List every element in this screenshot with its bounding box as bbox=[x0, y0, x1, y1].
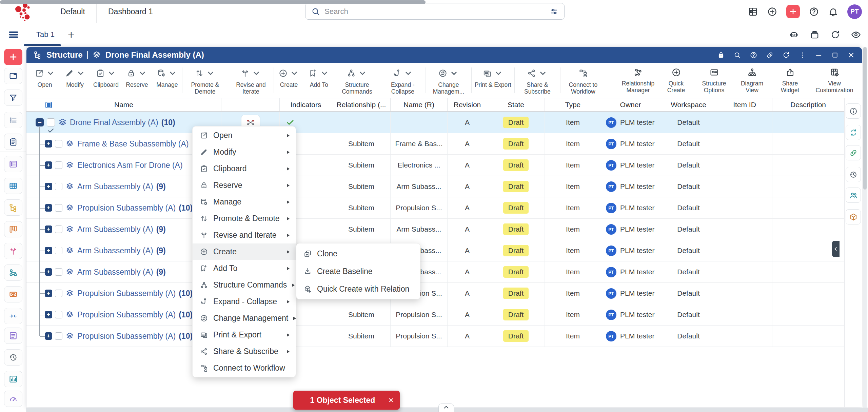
item-name[interactable]: Arm Subassembly (A)(9) bbox=[77, 182, 166, 191]
preview-icon[interactable] bbox=[851, 30, 861, 40]
excel-export-icon[interactable] bbox=[748, 6, 758, 17]
expand-toggle[interactable]: + bbox=[45, 183, 52, 190]
window-search-icon[interactable] bbox=[733, 51, 741, 59]
horizontal-scrollbar-thumb[interactable] bbox=[0, 0, 426, 4]
row-checkbox[interactable] bbox=[55, 332, 62, 340]
sidebar-kanban-button[interactable] bbox=[4, 221, 22, 237]
item-name[interactable]: Drone Final Assembly (A)(10) bbox=[70, 118, 175, 127]
sidebar-branching-button[interactable] bbox=[4, 243, 22, 259]
panel-packages-button[interactable] bbox=[846, 209, 861, 224]
toolbar-modify-button[interactable]: Modify bbox=[60, 63, 90, 98]
toolbar-open-button[interactable]: Open bbox=[30, 63, 60, 98]
expand-toggle[interactable]: + bbox=[45, 204, 52, 212]
menu-item-add-to[interactable]: Add To bbox=[193, 260, 296, 277]
expand-toggle[interactable]: + bbox=[45, 225, 52, 233]
item-name[interactable]: Propulsion Subassembly (A)(10) bbox=[77, 310, 193, 319]
menu-item-expand-collapse[interactable]: Expand - Collapse bbox=[193, 293, 296, 310]
table-row[interactable]: +Arm Subassembly (A)(9)SubitemArm Subass… bbox=[26, 219, 844, 240]
toolbar-share-subscribe-button[interactable]: Share & Subscribe bbox=[515, 63, 560, 98]
tab-1[interactable]: Tab 1 bbox=[30, 23, 61, 46]
panel-collapse-handle[interactable] bbox=[832, 241, 840, 257]
sidebar-filter-button[interactable] bbox=[4, 90, 22, 106]
quick-add-button[interactable] bbox=[786, 5, 800, 18]
sidebar-visual-review-button[interactable] bbox=[4, 286, 22, 302]
toolbar-view-customization-button[interactable]: View Customization bbox=[809, 63, 860, 98]
item-name[interactable]: Propulsion Subassembly (A)(10) bbox=[77, 332, 193, 341]
item-name[interactable]: Arm Subassembly (A)(9) bbox=[77, 225, 166, 234]
select-all-checkbox[interactable] bbox=[45, 102, 52, 108]
panel-item-history-button[interactable] bbox=[846, 167, 861, 182]
table-row[interactable]: +Propulsion Subassembly (A)(10)SubitemPr… bbox=[26, 197, 844, 219]
collapse-toggle[interactable]: − bbox=[36, 118, 44, 126]
global-search[interactable] bbox=[305, 3, 565, 20]
submenu-item-create-baseline[interactable]: Create Baseline bbox=[296, 262, 420, 280]
menu-item-share-subscribe[interactable]: Share & Subscribe bbox=[193, 343, 296, 360]
item-name[interactable]: Arm Subassembly (A)(9) bbox=[77, 246, 166, 255]
expand-toggle[interactable]: + bbox=[45, 290, 52, 297]
column-header-name[interactable]: Name bbox=[26, 98, 221, 111]
submenu-item-clone[interactable]: Clone bbox=[296, 245, 420, 262]
column-header-description[interactable]: Description bbox=[772, 98, 844, 111]
toolbar-clipboard-button[interactable]: Clipboard bbox=[90, 63, 122, 98]
toolbar-relationship-manager-button[interactable]: Relationship Manager bbox=[619, 63, 657, 98]
window-close-icon[interactable] bbox=[847, 51, 855, 59]
user-avatar[interactable]: PT bbox=[847, 4, 862, 19]
table-row[interactable]: +Arm Subassembly (A)(9)SubitemArm Subass… bbox=[26, 240, 844, 261]
panel-collaboration-button[interactable] bbox=[846, 188, 861, 203]
scroll-top-button[interactable] bbox=[438, 404, 454, 412]
expand-toggle[interactable]: + bbox=[45, 247, 52, 254]
menu-item-revise-and-iterate[interactable]: Revise and Iterate bbox=[193, 227, 296, 243]
window-minimize-icon[interactable] bbox=[815, 51, 823, 59]
toolbar-share-widget-button[interactable]: Share Widget bbox=[771, 63, 809, 98]
expand-toggle[interactable]: + bbox=[45, 268, 52, 276]
table-row[interactable]: +Propulsion Subassembly (A)(10)SubitemPr… bbox=[26, 304, 844, 326]
window-help-icon[interactable] bbox=[750, 51, 757, 59]
sidebar-lists-button[interactable] bbox=[4, 112, 22, 128]
sidebar-dashboards-button[interactable] bbox=[4, 391, 22, 407]
new-tab-button[interactable]: + bbox=[65, 28, 77, 41]
notifications-icon[interactable] bbox=[828, 6, 839, 17]
sidebar-clipboard-button[interactable] bbox=[4, 134, 22, 150]
column-header-state[interactable]: State bbox=[487, 98, 545, 111]
table-row[interactable]: +Frame & Base Subassembly (A)SubitemFram… bbox=[26, 133, 844, 155]
row-checkbox[interactable] bbox=[55, 268, 62, 276]
column-header-blank[interactable] bbox=[221, 98, 280, 111]
refresh-icon[interactable] bbox=[830, 30, 841, 40]
row-checkbox[interactable] bbox=[47, 118, 55, 126]
toolbar-reserve-button[interactable]: Reserve bbox=[122, 63, 152, 98]
menu-item-structure-commands[interactable]: Structure Commands bbox=[193, 277, 296, 293]
column-header-revision[interactable]: Revision bbox=[448, 98, 487, 111]
sidebar-new-button[interactable] bbox=[4, 49, 22, 65]
item-name[interactable]: Propulsion Subassembly (A)(10) bbox=[77, 289, 193, 298]
column-header-owner[interactable]: Owner bbox=[601, 98, 660, 111]
vertical-scrollbar-thumb[interactable] bbox=[863, 47, 867, 190]
collections-icon[interactable] bbox=[809, 30, 820, 40]
expand-toggle[interactable]: + bbox=[45, 140, 52, 148]
table-row[interactable]: +Electronics Asm For Drone (A)SubitemEle… bbox=[26, 155, 844, 176]
menu-item-connect-to-workflow[interactable]: Connect to Workflow bbox=[193, 360, 296, 376]
menu-item-print-export[interactable]: Print & Export bbox=[193, 327, 296, 343]
panel-links-button[interactable] bbox=[846, 145, 861, 160]
menu-item-open[interactable]: Open bbox=[193, 127, 296, 144]
column-header-workspace[interactable]: Workspace bbox=[660, 98, 717, 111]
expand-toggle[interactable]: + bbox=[45, 161, 52, 169]
item-name[interactable]: Arm Subassembly (A)(9) bbox=[77, 268, 166, 277]
menu-item-modify[interactable]: Modify bbox=[193, 144, 296, 160]
toolbar-promote-demote-button[interactable]: Promote & Demote bbox=[182, 63, 228, 98]
expand-toggle[interactable]: + bbox=[45, 311, 52, 318]
toolbar-structure-commands-button[interactable]: Structure Commands bbox=[334, 63, 380, 98]
toolbar-add-to-button[interactable]: Add To bbox=[304, 63, 334, 98]
aras-logo-icon[interactable] bbox=[13, 3, 34, 21]
sidebar-documents-button[interactable] bbox=[4, 328, 22, 344]
menu-item-reserve[interactable]: Reserve bbox=[193, 177, 296, 194]
toolbar-expand-collapse-button[interactable]: Expand - Collapse bbox=[380, 63, 426, 98]
menu-item-clipboard[interactable]: Clipboard bbox=[193, 160, 296, 177]
menu-item-change-management[interactable]: Change Management bbox=[193, 310, 296, 327]
menu-item-create[interactable]: Create bbox=[193, 243, 296, 260]
main-menu-icon[interactable] bbox=[7, 29, 20, 40]
row-checkbox[interactable] bbox=[55, 183, 62, 190]
search-filter-icon[interactable] bbox=[549, 7, 559, 16]
column-header-name-r[interactable]: Name (R) bbox=[391, 98, 448, 111]
window-kebab-icon[interactable] bbox=[798, 51, 806, 59]
menu-item-manage[interactable]: Manage bbox=[193, 194, 296, 210]
